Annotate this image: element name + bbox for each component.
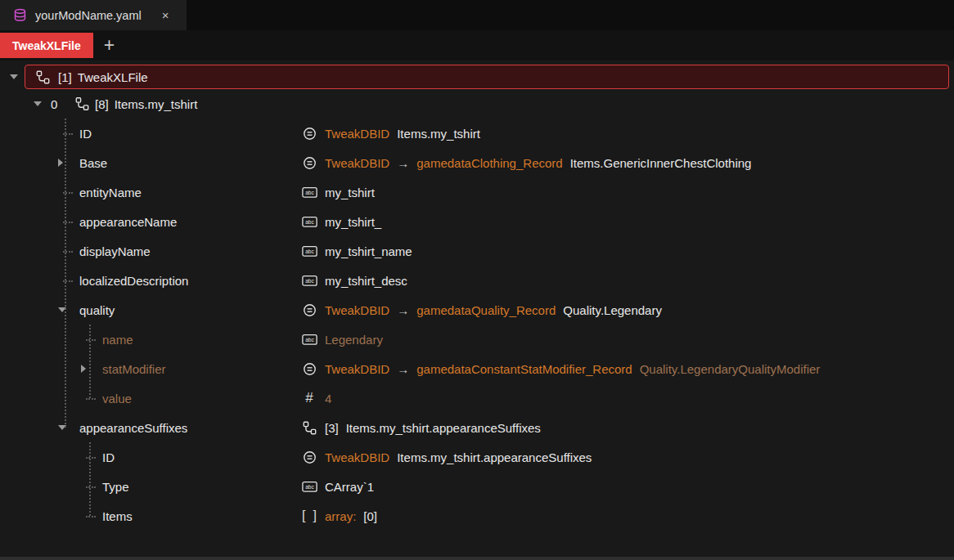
tree-root-row[interactable]: [1] TweakXLFile bbox=[25, 65, 949, 89]
value-segment: array: bbox=[325, 509, 356, 523]
property-name: name bbox=[102, 333, 133, 347]
value-segment: Items.my_tshirt bbox=[397, 127, 480, 141]
add-tab-icon[interactable]: + bbox=[104, 36, 115, 55]
tree-row-localizedDescription[interactable]: localizedDescriptionabcmy_tshirt_desc bbox=[0, 266, 954, 295]
property-name: appearanceName bbox=[79, 215, 177, 229]
horizontal-scrollbar[interactable] bbox=[0, 557, 954, 560]
item-count: [8] bbox=[95, 97, 109, 111]
tree-item-row[interactable]: 0 [8] Items.my_tshirt bbox=[0, 89, 954, 119]
property-value: abcmy_tshirt_ bbox=[301, 207, 381, 236]
property-name: value bbox=[102, 392, 132, 405]
svg-text:abc: abc bbox=[305, 190, 314, 195]
value-segment: Items.GenericInnerChestClothing bbox=[570, 156, 752, 170]
tree-guide-dots bbox=[86, 398, 96, 400]
value-segment: my_tshirt_name bbox=[325, 244, 412, 258]
property-name: Base bbox=[79, 156, 107, 170]
record-icon bbox=[301, 421, 317, 435]
tree-row-Items[interactable]: Items[ ]array:[0] bbox=[0, 501, 954, 531]
property-value: abcmy_tshirt bbox=[301, 177, 375, 207]
value-segment: my_tshirt_ bbox=[325, 215, 381, 229]
collapse-arrow-icon[interactable] bbox=[58, 307, 66, 312]
tree-guide-dots bbox=[63, 280, 73, 282]
value-segment: my_tshirt_desc bbox=[325, 274, 407, 288]
value-segment: Quality.LegendaryQualityModifier bbox=[640, 362, 821, 376]
item-heading: [8] Items.my_tshirt bbox=[95, 97, 197, 111]
string-icon: abc bbox=[301, 186, 317, 199]
property-name: ID bbox=[79, 127, 92, 141]
property-value: [3]Items.my_tshirt.appearanceSuffixes bbox=[301, 413, 541, 442]
tree-row-statModifier[interactable]: statModifierTweakDBID→gamedataConstantSt… bbox=[0, 354, 954, 383]
tree-guide-dots bbox=[63, 222, 73, 223]
tree-row-displayName[interactable]: displayNameabcmy_tshirt_name bbox=[0, 236, 954, 266]
value-segment: gamedataClothing_Record bbox=[416, 156, 562, 170]
svg-text:abc: abc bbox=[305, 337, 314, 343]
property-name: quality bbox=[79, 303, 115, 317]
property-value: TweakDBIDItems.my_tshirt.appearanceSuffi… bbox=[301, 442, 592, 472]
array-icon: [ ] bbox=[301, 508, 317, 523]
tree-row-ID[interactable]: IDTweakDBIDItems.my_tshirt.appearanceSuf… bbox=[0, 442, 954, 472]
property-value: TweakDBIDItems.my_tshirt bbox=[301, 119, 480, 148]
property-value: TweakDBID→gamedataClothing_RecordItems.G… bbox=[301, 148, 751, 177]
value-segment: → bbox=[397, 362, 409, 376]
tree-guide-dots bbox=[86, 486, 96, 488]
tab-close-icon[interactable]: × bbox=[162, 8, 169, 22]
editor-tab-bar: yourModName.yaml × bbox=[0, 0, 954, 30]
tab-title: yourModName.yaml bbox=[35, 9, 142, 22]
value-segment: → bbox=[397, 156, 409, 170]
value-segment: Quality.Legendary bbox=[563, 303, 662, 317]
svg-text:abc: abc bbox=[305, 249, 314, 254]
property-value: abcLegendary bbox=[301, 325, 383, 354]
item-index: 0 bbox=[51, 97, 57, 111]
property-name: statModifier bbox=[102, 362, 166, 376]
value-segment: TweakDBID bbox=[325, 156, 389, 170]
tree-row-entityName[interactable]: entityNameabcmy_tshirt bbox=[0, 177, 954, 207]
value-segment: Items.my_tshirt.appearanceSuffixes bbox=[397, 450, 592, 464]
value-segment: TweakDBID bbox=[325, 362, 389, 376]
property-value: #4 bbox=[301, 383, 331, 413]
value-segment: my_tshirt bbox=[325, 186, 375, 199]
tree-rows: IDTweakDBIDItems.my_tshirtBaseTweakDBID→… bbox=[0, 119, 954, 531]
tree-guide-dots bbox=[86, 457, 96, 459]
property-value: TweakDBID→gamedataQuality_RecordQuality.… bbox=[301, 295, 662, 325]
value-segment: [0] bbox=[363, 509, 377, 523]
tree-guide-dots bbox=[63, 133, 73, 135]
property-name: Items bbox=[102, 509, 133, 523]
tree-row-quality[interactable]: qualityTweakDBID→gamedataQuality_RecordQ… bbox=[0, 295, 954, 325]
tree-row-appearanceName[interactable]: appearanceNameabcmy_tshirt_ bbox=[0, 207, 954, 236]
tree-row-value[interactable]: value#4 bbox=[0, 383, 954, 413]
value-segment: TweakDBID bbox=[325, 303, 389, 317]
svg-text:abc: abc bbox=[305, 484, 314, 490]
collapse-arrow-icon[interactable] bbox=[34, 101, 42, 106]
tree: [1] TweakXLFile 0 [8] Items.my_tshirt ID… bbox=[0, 60, 954, 557]
value-segment: TweakDBID bbox=[325, 450, 389, 464]
tab-yourmodname-yaml[interactable]: yourModName.yaml × bbox=[0, 0, 187, 30]
expand-arrow-icon[interactable] bbox=[58, 159, 63, 167]
value-segment: gamedataQuality_Record bbox=[416, 303, 556, 317]
tweakdbid-icon bbox=[301, 127, 317, 141]
tweakxlfile-tab[interactable]: TweakXLFile bbox=[0, 33, 93, 58]
tree-row-ID[interactable]: IDTweakDBIDItems.my_tshirt bbox=[0, 119, 954, 148]
tree-row-Type[interactable]: TypeabcCArray`1 bbox=[0, 472, 954, 501]
svg-text:abc: abc bbox=[305, 219, 314, 225]
tweakdbid-icon bbox=[301, 450, 317, 464]
string-icon: abc bbox=[301, 275, 317, 287]
root-collapse-arrow-icon[interactable] bbox=[10, 74, 18, 79]
property-value: TweakDBID→gamedataConstantStatModifier_R… bbox=[301, 354, 820, 383]
tree-guide-dots bbox=[86, 516, 96, 517]
yaml-file-icon bbox=[11, 8, 28, 22]
file-type-bar: TweakXLFile + bbox=[0, 30, 954, 60]
tree-guide-dots bbox=[63, 192, 73, 194]
tree-row-name[interactable]: nameabcLegendary bbox=[0, 325, 954, 354]
property-name: localizedDescription bbox=[79, 274, 188, 288]
expand-arrow-icon[interactable] bbox=[81, 365, 86, 373]
tree-row-Base[interactable]: BaseTweakDBID→gamedataClothing_RecordIte… bbox=[0, 148, 954, 177]
item-label: Items.my_tshirt bbox=[115, 97, 198, 111]
string-icon: abc bbox=[301, 216, 317, 228]
svg-text:abc: abc bbox=[305, 278, 314, 284]
tree-row-appearanceSuffixes[interactable]: appearanceSuffixes[3]Items.my_tshirt.app… bbox=[0, 413, 954, 442]
property-value: abcmy_tshirt_desc bbox=[301, 266, 407, 295]
property-name: entityName bbox=[79, 186, 142, 199]
tree-guide-dots bbox=[86, 339, 96, 341]
value-segment: TweakDBID bbox=[325, 127, 389, 141]
collapse-arrow-icon[interactable] bbox=[58, 425, 66, 430]
